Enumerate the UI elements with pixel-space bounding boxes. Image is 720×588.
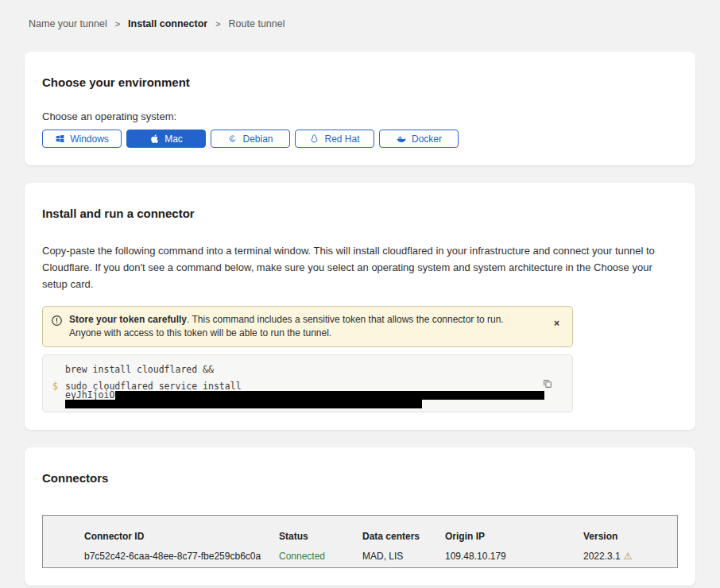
docker-whale-icon [396,133,407,144]
token-line [65,400,572,408]
connectors-card: Connectors Connector ID Status Data cent… [25,447,695,586]
breadcrumb-step-name-tunnel[interactable]: Name your tunnel [29,18,107,29]
os-button-label: Debian [242,133,273,145]
os-button-mac[interactable]: Mac [126,130,206,148]
column-header-connector-id: Connector ID [84,531,279,542]
redacted-token-bar [65,400,422,408]
status-badge: Connected [279,551,362,562]
column-header-status: Status [279,531,362,542]
breadcrumb-separator: > [115,19,120,29]
windows-logo-icon [55,133,65,144]
os-button-group: Windows Mac Debian Red Hat Docker [42,130,678,148]
column-header-version: Version [583,531,677,542]
code-line-service-install: sudo cloudflared service install [65,381,572,391]
code-line-brew: brew install cloudflared && [65,365,572,374]
shell-prompt: $ [52,381,58,392]
apple-logo-icon [149,133,160,144]
breadcrumb-separator: > [215,19,220,29]
breadcrumb: Name your tunnel > Install connector > R… [29,18,720,29]
connectors-table: Connector ID Status Data centers Origin … [42,515,678,568]
origin-ip-value: 109.48.10.179 [445,551,583,562]
os-button-label: Mac [165,133,183,145]
os-button-label: Windows [70,133,109,145]
os-select-label: Choose an operating system: [42,110,678,122]
warning-triangle-icon: ⚠ [624,551,633,562]
data-centers-value: MAD, LIS [362,551,445,562]
os-button-redhat[interactable]: Red Hat [295,130,374,148]
breadcrumb-step-route-tunnel[interactable]: Route tunnel [229,18,285,29]
table-header-row: Connector ID Status Data centers Origin … [84,531,677,542]
redacted-token-bar [115,391,544,400]
os-button-label: Red Hat [324,133,359,145]
os-button-label: Docker [412,133,442,145]
connector-description: Copy-paste the following command into a … [42,242,675,292]
connector-id-value: b7c52c42-6caa-48ee-8c77-fbe259cb6c0a [84,551,279,562]
token-line: eyJhIjoiO [65,391,572,400]
token-warning-banner: Store your token carefully. This command… [42,306,573,347]
copy-icon[interactable] [540,377,555,393]
os-button-windows[interactable]: Windows [42,130,122,148]
os-button-debian[interactable]: Debian [211,130,290,148]
warning-text: Store your token carefully. This command… [69,313,549,340]
warning-bold-lead: Store your token carefully [69,314,187,325]
close-icon[interactable]: × [549,313,564,334]
linux-tux-icon [309,133,319,144]
choose-environment-card: Choose your environment Choose an operat… [25,52,695,165]
breadcrumb-step-install-connector[interactable]: Install connector [128,18,207,29]
card-title: Install and run a connector [42,207,678,220]
token-prefix: eyJhIjoiO [65,391,114,400]
column-header-data-centers: Data centers [362,531,445,542]
install-connector-card: Install and run a connector Copy-paste t… [25,183,695,430]
table-row: b7c52c42-6caa-48ee-8c77-fbe259cb6c0a Con… [84,551,677,562]
alert-circle-icon [51,315,63,331]
card-title: Choose your environment [42,75,678,89]
os-button-docker[interactable]: Docker [379,130,459,148]
version-number: 2022.3.1 [583,551,621,562]
install-command-codeblock: $ brew install cloudflared && sudo cloud… [42,354,573,412]
column-header-origin-ip: Origin IP [445,531,583,542]
version-value: 2022.3.1⚠ [583,551,677,562]
card-title: Connectors [42,471,678,485]
debian-logo-icon [227,133,238,144]
